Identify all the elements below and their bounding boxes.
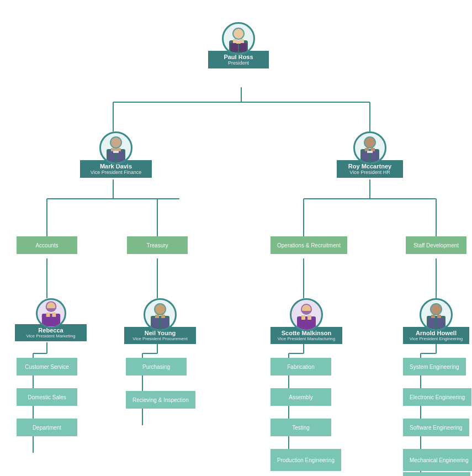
svg-rect-47 — [230, 43, 238, 52]
purchasing-box: Purchasing — [126, 358, 187, 375]
domestic-sales-node: Domestic Sales — [17, 388, 77, 406]
rebecca-avatar — [36, 298, 66, 329]
svg-point-73 — [155, 304, 165, 314]
ops-node: Operations & Recruitment — [271, 236, 347, 254]
mechanical-eng-node: Mechanical Engineering — [403, 449, 472, 471]
scotte-avatar — [290, 298, 323, 331]
svg-point-51 — [111, 137, 121, 147]
neil-node: Neil Young Vice President Procurement — [124, 298, 196, 344]
system-eng-box: System Engineering — [403, 358, 466, 375]
assembly-box: Assembly — [271, 388, 331, 406]
ops-box: Operations & Recruitment — [271, 236, 347, 254]
electronic-eng-node: Electronic Engineering — [403, 388, 471, 406]
accounts-node: Accounts — [17, 236, 77, 254]
software-eng-box: Software Engineering — [403, 419, 469, 436]
testing-box: Testing — [271, 419, 331, 436]
department-node: Department — [17, 419, 77, 436]
electronic-eng-box: Electronic Engineering — [403, 388, 471, 406]
paul-ross-node: Paul Ross President — [208, 22, 269, 68]
svg-rect-70 — [46, 313, 50, 317]
customer-service-box: Customer Service — [17, 358, 77, 375]
department-box: Department — [17, 419, 77, 436]
mechanical-eng-box: Mechanical Engineering — [403, 449, 472, 471]
svg-rect-82 — [301, 315, 305, 320]
mark-davis-node: Mark Davis Vice President Finance — [80, 131, 152, 178]
technical-eng-node: Technical Engineering — [403, 472, 470, 476]
domestic-sales-box: Domestic Sales — [17, 388, 77, 406]
svg-rect-66 — [367, 151, 373, 153]
neil-avatar — [144, 298, 177, 331]
production-eng-node: Production Engineering — [271, 449, 341, 471]
fabrication-node: Fabrication — [271, 358, 331, 375]
mark-davis-avatar — [99, 131, 132, 165]
customer-service-node: Customer Service — [17, 358, 77, 375]
svg-rect-58 — [113, 151, 119, 153]
arnold-avatar — [420, 298, 453, 331]
accounts-box: Accounts — [17, 236, 77, 254]
svg-rect-78 — [161, 318, 168, 328]
rebecca-node: Rebecca Vice President Marketing — [15, 298, 87, 341]
treasury-node: Treasury — [127, 236, 188, 254]
svg-rect-89 — [428, 318, 435, 328]
svg-rect-48 — [239, 43, 247, 52]
svg-rect-77 — [152, 318, 159, 328]
production-eng-box: Production Engineering — [271, 449, 341, 471]
svg-point-60 — [365, 137, 375, 147]
svg-rect-49 — [236, 40, 241, 44]
svg-rect-71 — [52, 313, 56, 317]
svg-point-46 — [234, 29, 243, 39]
svg-rect-81 — [297, 316, 316, 330]
arnold-node: Arnold Howell Vice President Engineering — [403, 298, 469, 344]
paul-ross-avatar — [222, 22, 255, 55]
technical-eng-box: Technical Engineering — [403, 472, 470, 476]
roy-mccartney-avatar — [353, 131, 386, 165]
software-eng-node: Software Engineering — [403, 419, 469, 436]
testing-node: Testing — [271, 419, 331, 436]
system-eng-node: System Engineering — [403, 358, 466, 375]
scotte-node: Scotte Malkinson Vice President Manufact… — [271, 298, 342, 344]
staff-dev-node: Staff Development — [406, 236, 466, 254]
purchasing-node: Purchasing — [126, 358, 187, 375]
treasury-box: Treasury — [127, 236, 188, 254]
receiving-box: Recieving & Inspection — [126, 391, 195, 409]
svg-rect-69 — [41, 314, 60, 327]
fabrication-box: Fabrication — [271, 358, 331, 375]
svg-rect-90 — [437, 318, 444, 328]
svg-rect-83 — [307, 315, 311, 320]
staff-dev-box: Staff Development — [406, 236, 466, 254]
org-chart: Paul Ross President Mar — [0, 0, 472, 476]
chart-inner: Paul Ross President Mar — [6, 11, 472, 476]
receiving-node: Recieving & Inspection — [126, 391, 195, 409]
roy-mccartney-node: Roy Mccartney Vice President HR — [337, 131, 403, 178]
assembly-node: Assembly — [271, 388, 331, 406]
svg-point-85 — [431, 304, 441, 314]
